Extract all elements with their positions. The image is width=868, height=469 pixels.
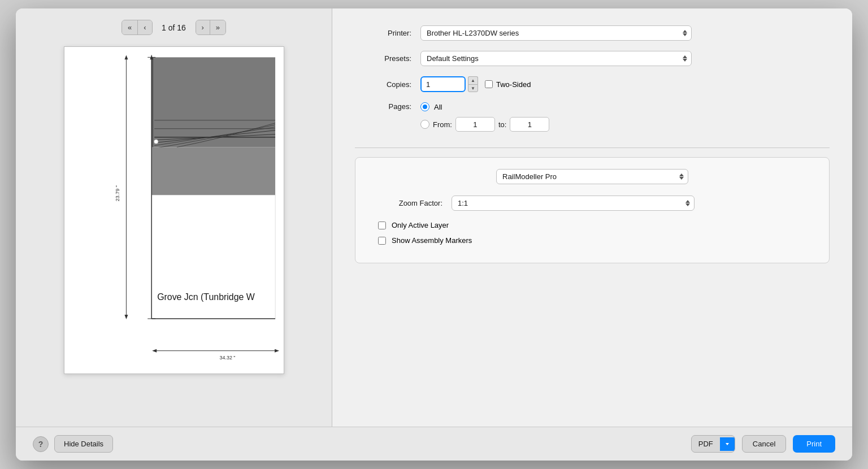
cancel-button[interactable]: Cancel [742, 435, 786, 453]
settings-panel: Printer: Brother HL-L2370DW series Prese… [332, 8, 852, 427]
drawing-preview: 23.79 " 34.32 " [64, 47, 284, 374]
svg-point-17 [154, 140, 158, 144]
only-active-layer-row: Only Active Layer [369, 221, 815, 229]
printer-select[interactable]: Brother HL-L2370DW series [420, 25, 692, 41]
help-button[interactable]: ? [33, 436, 49, 452]
prev-nav-group: « ‹ [121, 20, 153, 35]
footer-left: ? Hide Details [33, 435, 113, 453]
print-button[interactable]: Print [793, 435, 835, 453]
svg-text:34.32 ": 34.32 " [219, 355, 235, 361]
preview-panel: « ‹ 1 of 16 › » [16, 8, 332, 427]
svg-rect-9 [151, 57, 275, 147]
copies-row: Copies: ▲ ▼ Two-Sided [355, 76, 830, 92]
printer-row: Printer: Brother HL-L2370DW series [355, 25, 830, 41]
section-divider [355, 147, 830, 148]
next-page-button[interactable]: › [196, 20, 210, 34]
pages-row: Pages: All From: to: [355, 102, 830, 132]
svg-rect-18 [151, 147, 275, 196]
show-assembly-markers-checkbox[interactable] [378, 237, 386, 245]
print-dialog: « ‹ 1 of 16 › » [16, 8, 852, 461]
zoom-select-wrapper: 1:1 [452, 196, 695, 211]
pages-range-radio[interactable] [420, 120, 429, 129]
presets-row: Presets: Default Settings [355, 51, 830, 66]
dialog-main: « ‹ 1 of 16 › » [16, 8, 852, 427]
svg-text:Grove Jcn (Tunbridge W: Grove Jcn (Tunbridge W [157, 292, 255, 302]
copies-down-button[interactable]: ▼ [468, 84, 478, 92]
pages-label: Pages: [355, 102, 411, 111]
presets-select[interactable]: Default Settings [420, 51, 692, 66]
copies-input[interactable] [420, 76, 466, 92]
preview-area: 23.79 " 34.32 " [64, 46, 284, 374]
copies-stepper[interactable]: ▲ ▼ [468, 76, 478, 92]
zoom-select[interactable]: 1:1 [452, 196, 695, 211]
only-active-layer-checkbox[interactable] [378, 222, 386, 229]
two-sided-checkbox[interactable] [485, 80, 493, 88]
printer-select-wrapper: Brother HL-L2370DW series [420, 25, 692, 41]
pages-options: All From: to: [420, 102, 549, 132]
last-page-button[interactable]: » [210, 20, 225, 34]
dialog-footer: ? Hide Details PDF Cancel Print [16, 427, 852, 461]
app-select-row: RailModeller Pro [369, 169, 815, 184]
copies-up-button[interactable]: ▲ [468, 76, 478, 84]
pdf-chevron-button[interactable] [720, 437, 735, 451]
pages-all-row: All [420, 102, 549, 111]
show-assembly-markers-label: Show Assembly Markers [392, 236, 472, 245]
to-label: to: [498, 120, 506, 129]
page-indicator: 1 of 16 [157, 23, 191, 32]
prev-page-button[interactable]: ‹ [138, 20, 151, 34]
railmodeller-section: RailModeller Pro Zoom Factor: 1:1 [355, 157, 830, 263]
only-active-layer-label: Only Active Layer [392, 221, 449, 229]
svg-marker-27 [726, 443, 729, 445]
pdf-button-group: PDF [691, 435, 735, 453]
page-navigation: « ‹ 1 of 16 › » [121, 20, 226, 35]
copies-label: Copies: [355, 80, 411, 89]
two-sided-wrapper: Two-Sided [485, 80, 531, 89]
pdf-label[interactable]: PDF [692, 436, 720, 452]
two-sided-label: Two-Sided [496, 80, 531, 89]
show-assembly-markers-row: Show Assembly Markers [369, 236, 815, 245]
app-select-wrapper: RailModeller Pro [496, 169, 688, 184]
pages-all-radio[interactable] [420, 102, 429, 111]
presets-select-wrapper: Default Settings [420, 51, 692, 66]
footer-right: PDF Cancel Print [691, 435, 835, 453]
zoom-row: Zoom Factor: 1:1 [369, 196, 815, 211]
app-select[interactable]: RailModeller Pro [496, 169, 688, 184]
svg-text:23.79 ": 23.79 " [115, 185, 120, 201]
to-page-input[interactable] [510, 117, 549, 132]
from-label: From: [433, 120, 452, 129]
pages-range-row: From: to: [420, 117, 549, 132]
printer-label: Printer: [355, 29, 411, 37]
pages-all-label: All [434, 103, 442, 111]
from-page-input[interactable] [455, 117, 495, 132]
zoom-label: Zoom Factor: [369, 199, 442, 207]
next-nav-group: › » [196, 20, 227, 35]
pdf-chevron-icon [724, 441, 730, 447]
first-page-button[interactable]: « [122, 20, 138, 34]
hide-details-button[interactable]: Hide Details [54, 435, 113, 453]
presets-label: Presets: [355, 54, 411, 63]
